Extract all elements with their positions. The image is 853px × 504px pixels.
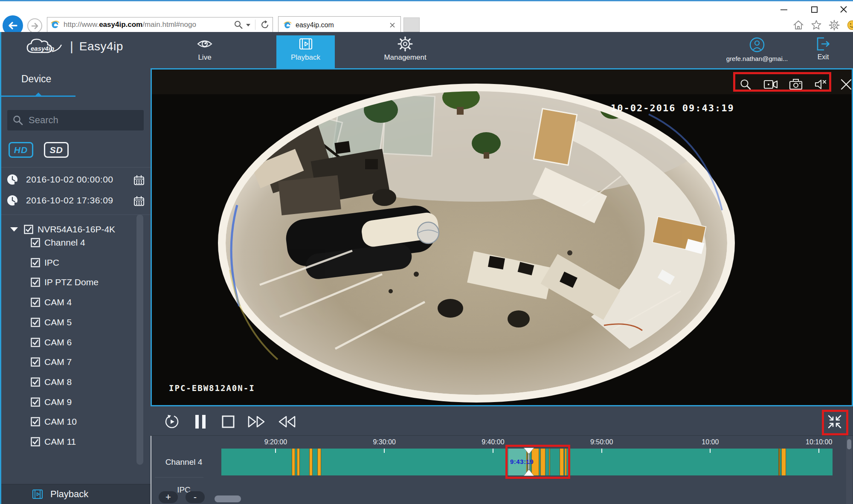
settings-button[interactable] — [828, 19, 840, 31]
tree-item-cam-5[interactable]: CAM 5 — [0, 316, 145, 329]
checkbox-icon[interactable] — [31, 377, 40, 387]
app-window: http://www.easy4ip.com/main.html#nogo ea… — [0, 0, 853, 504]
replay-button[interactable] — [162, 412, 182, 432]
dropdown-caret-icon[interactable] — [246, 23, 251, 27]
feedback-button[interactable] — [846, 19, 853, 31]
checkbox-icon[interactable] — [31, 437, 40, 446]
tree-item-nvr[interactable]: NVR54A16-16P-4K — [0, 223, 145, 236]
checkbox-icon[interactable] — [31, 298, 40, 307]
ruler-label: 9:20:00 — [264, 438, 287, 446]
video-viewport[interactable]: 10-02-2016 09:43:19 IPC-EBW812A0N-I — [151, 68, 853, 406]
checkbox-icon[interactable] — [31, 397, 40, 407]
tree-item-ip-ptz-dome[interactable]: IP PTZ Dome — [0, 276, 145, 289]
checkbox-icon[interactable] — [24, 225, 33, 234]
minimize-button[interactable] — [774, 4, 794, 15]
checkbox-icon[interactable] — [31, 278, 40, 287]
browser-tab[interactable]: easy4ip.com — [278, 16, 401, 33]
search-icon[interactable] — [234, 20, 243, 29]
tree-item-label: NVR54A16-16P-4K — [38, 224, 115, 235]
ruler-tick — [275, 449, 276, 453]
search-input[interactable] — [29, 115, 131, 126]
timeline-scrollbar-thumb[interactable] — [847, 439, 851, 449]
forward-button[interactable] — [27, 18, 42, 33]
close-video-button[interactable] — [837, 75, 853, 94]
tree-item-cam-10[interactable]: CAM 10 — [0, 415, 145, 428]
annotation-box-video-toolbar — [733, 72, 831, 92]
nav-live[interactable]: Live — [175, 35, 235, 68]
maximize-button[interactable] — [804, 4, 824, 15]
exit-label: Exit — [818, 53, 829, 61]
refresh-icon[interactable] — [260, 20, 270, 30]
ruler-label: 10:10:00 — [806, 438, 832, 446]
checkbox-icon[interactable] — [31, 318, 40, 327]
timeline-horizontal-scrollbar[interactable] — [215, 495, 241, 502]
divider — [155, 477, 203, 478]
ruler-label: 9:30:00 — [373, 438, 395, 446]
tree-item-cam-4[interactable]: CAM 4 — [0, 296, 145, 309]
sidebar-scrollbar[interactable] — [136, 214, 143, 465]
stop-icon — [221, 414, 236, 429]
sidebar-playback-tab[interactable]: Playback — [0, 484, 151, 504]
tree-item-label: CAM 9 — [44, 397, 72, 407]
sd-button[interactable]: SD — [44, 142, 69, 158]
checkbox-icon[interactable] — [31, 357, 40, 367]
stop-button[interactable] — [218, 412, 238, 432]
checkbox-icon[interactable] — [31, 338, 40, 347]
eye-icon — [196, 35, 213, 52]
tree-item-channel-4[interactable]: Channel 4 — [0, 236, 145, 249]
address-bar[interactable]: http://www.easy4ip.com/main.html#nogo — [47, 17, 273, 32]
nav-playback[interactable]: Playback — [276, 35, 335, 68]
timeline-event — [781, 449, 786, 475]
start-time-value[interactable]: 2016-10-02 00:00:00 — [26, 174, 113, 185]
clock-icon — [6, 194, 18, 206]
pause-button[interactable] — [191, 412, 210, 432]
nav-management[interactable]: Management — [375, 35, 435, 68]
tree-item-label: CAM 5 — [44, 317, 72, 327]
end-time-value[interactable]: 2016-10-02 17:36:09 — [26, 195, 113, 206]
camera-name-label: IPC-EBW812A0N-I — [169, 383, 255, 393]
ruler-tick — [710, 449, 711, 453]
close-window-button[interactable] — [834, 4, 853, 15]
timeline-zoom-out-button[interactable]: - — [186, 491, 205, 503]
new-tab-button[interactable] — [403, 17, 420, 32]
fast-forward-button[interactable] — [247, 412, 267, 432]
calendar-icon[interactable] — [133, 174, 145, 187]
search-box[interactable] — [7, 110, 144, 130]
ruler-label: 9:40:00 — [482, 438, 504, 446]
divider — [0, 167, 151, 168]
checkbox-icon[interactable] — [31, 238, 40, 247]
active-tab-caret — [35, 93, 42, 96]
ie-logo-icon — [283, 20, 292, 30]
home-button[interactable] — [792, 19, 804, 31]
nav-label: Management — [384, 53, 426, 62]
tree-item-cam-6[interactable]: CAM 6 — [0, 336, 145, 349]
end-time-row: 2016-10-02 17:36:09 — [0, 194, 151, 207]
tree-item-cam-11[interactable]: CAM 11 — [0, 435, 145, 448]
home-icon — [793, 20, 804, 31]
tree-item-cam-8[interactable]: CAM 8 — [0, 376, 145, 388]
tree-item-cam-9[interactable]: CAM 9 — [0, 396, 145, 408]
hd-button[interactable]: HD — [9, 142, 33, 158]
calendar-icon[interactable] — [133, 195, 145, 208]
tree-item-label: CAM 7 — [44, 357, 72, 367]
tree-item-ipc[interactable]: IPC — [0, 256, 145, 269]
exit-button[interactable]: Exit — [802, 36, 844, 61]
exit-icon — [815, 36, 831, 52]
browser-chrome: http://www.easy4ip.com/main.html#nogo ea… — [0, 0, 853, 32]
tab-close-icon[interactable] — [389, 21, 396, 29]
favorites-button[interactable] — [810, 19, 822, 31]
rewind-button[interactable] — [276, 412, 296, 432]
close-icon — [839, 78, 853, 91]
tree-item-cam-7[interactable]: CAM 7 — [0, 356, 145, 368]
account-menu[interactable]: grefe.nathan@gmai... — [710, 36, 804, 62]
tree-item-label: CAM 4 — [44, 297, 72, 307]
annotation-box-restore-button — [822, 410, 848, 435]
timeline-event — [292, 449, 295, 475]
account-email: grefe.nathan@gmai... — [726, 55, 788, 62]
expand-caret-icon[interactable] — [10, 227, 18, 232]
checkbox-icon[interactable] — [31, 417, 40, 426]
timeline-zoom-in-button[interactable]: + — [159, 491, 178, 503]
checkbox-icon[interactable] — [31, 258, 40, 267]
nav-label: Live — [198, 53, 211, 62]
tab-device[interactable]: Device — [21, 73, 51, 85]
